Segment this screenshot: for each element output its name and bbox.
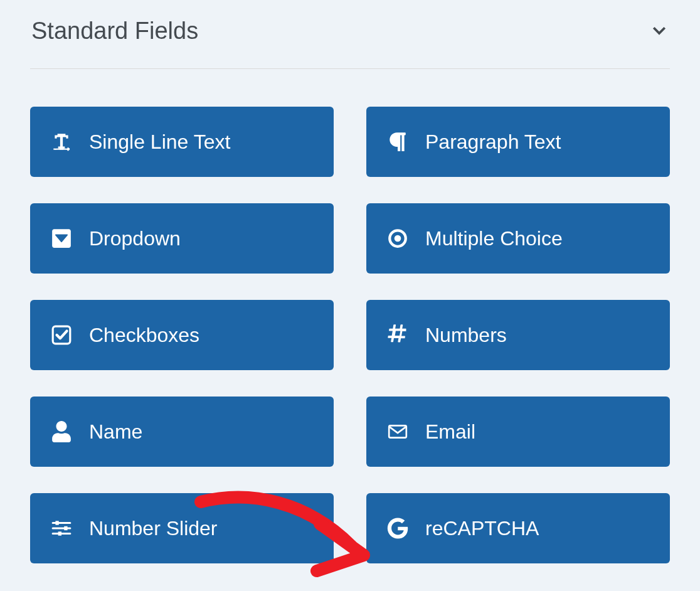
radio-icon: [385, 228, 410, 249]
svg-point-1: [395, 235, 401, 242]
envelope-icon: [385, 421, 410, 442]
svg-rect-6: [58, 531, 61, 535]
fields-grid: Single Line Text Paragraph Text Dropdown…: [30, 107, 670, 563]
text-cursor-icon: [49, 131, 74, 152]
field-label: Name: [89, 420, 142, 444]
field-label: reCAPTCHA: [425, 517, 539, 540]
field-label: Numbers: [425, 324, 507, 347]
panel-title: Standard Fields: [31, 18, 198, 45]
checkbox-icon: [49, 324, 74, 346]
hash-icon: [385, 324, 410, 346]
caret-square-down-icon: [49, 228, 74, 249]
field-paragraph-text[interactable]: Paragraph Text: [366, 107, 670, 177]
standard-fields-panel: Standard Fields Single Line Text Paragra…: [0, 0, 700, 563]
field-label: Paragraph Text: [425, 130, 561, 154]
svg-rect-5: [64, 526, 67, 530]
field-number-slider[interactable]: Number Slider: [30, 493, 334, 563]
field-label: Number Slider: [89, 517, 218, 540]
user-icon: [49, 421, 74, 442]
field-dropdown[interactable]: Dropdown: [30, 203, 334, 274]
panel-header[interactable]: Standard Fields: [30, 11, 670, 69]
field-checkboxes[interactable]: Checkboxes: [30, 300, 334, 370]
field-label: Dropdown: [89, 227, 181, 250]
field-label: Single Line Text: [89, 130, 230, 154]
svg-rect-4: [55, 521, 58, 524]
field-email[interactable]: Email: [366, 397, 670, 467]
sliders-icon: [49, 518, 74, 539]
chevron-down-icon: [650, 21, 669, 42]
field-single-line-text[interactable]: Single Line Text: [30, 107, 334, 177]
field-label: Multiple Choice: [425, 227, 563, 250]
field-recaptcha[interactable]: reCAPTCHA: [366, 493, 670, 563]
paragraph-icon: [385, 131, 410, 152]
field-numbers[interactable]: Numbers: [366, 300, 670, 370]
field-label: Email: [425, 420, 475, 444]
google-g-icon: [385, 518, 410, 539]
field-multiple-choice[interactable]: Multiple Choice: [366, 203, 670, 274]
field-name[interactable]: Name: [30, 397, 334, 467]
field-label: Checkboxes: [89, 324, 199, 347]
